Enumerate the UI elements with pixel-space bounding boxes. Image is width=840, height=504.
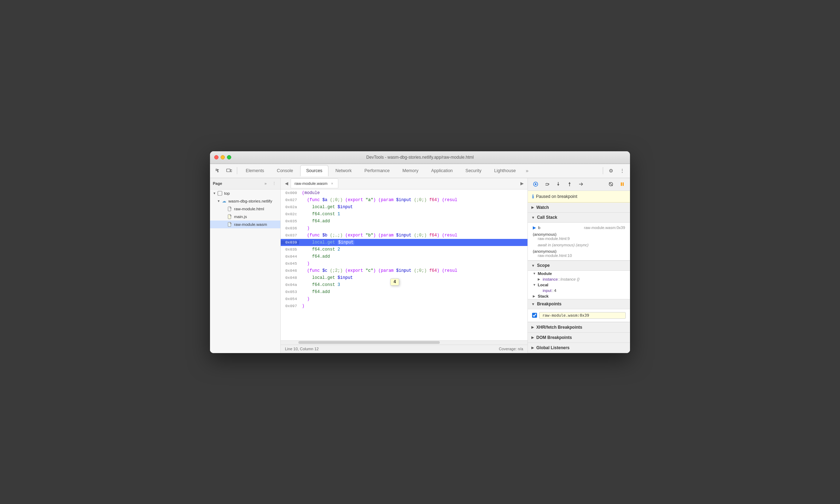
code-line-0x039[interactable]: 0x039 local.get $input [281, 239, 527, 246]
device-toolbar-button[interactable] [224, 166, 234, 176]
call-stack-header[interactable]: ▼ Call Stack [528, 213, 630, 223]
tree-item-mainjs[interactable]: ▶ main.js [210, 213, 280, 221]
line-addr-0x054: 0x054 [281, 297, 299, 301]
step-button[interactable] [576, 179, 586, 189]
code-line-0x035[interactable]: 0x035 f64.add [281, 218, 527, 225]
tab-lighthouse[interactable]: Lighthouse [489, 165, 521, 176]
inspect-element-button[interactable] [213, 166, 223, 176]
minimize-button[interactable] [221, 155, 225, 159]
tab-sources[interactable]: Sources [300, 165, 328, 176]
line-addr-0x03b: 0x03b [281, 247, 299, 252]
xhr-breakpoints-section: ▶ XHR/fetch Breakpoints [528, 322, 630, 333]
line-addr-0x039: 0x039 [281, 240, 299, 245]
tab-performance[interactable]: Performance [359, 165, 396, 176]
step-into-button[interactable] [553, 179, 563, 189]
call-name-anon1: (anonymous) [533, 232, 625, 236]
line-content-0x037: (func $b (;…;) (export "b") (param $inpu… [299, 233, 527, 238]
scope-input-item[interactable]: ▶ input : 4 [528, 288, 630, 293]
code-line-0x045[interactable]: 0x045 ) [281, 260, 527, 267]
call-stack-label: Call Stack [537, 215, 557, 220]
debugger-panel: ℹ Paused on breakpoint ▶ Watch ▼ Call St… [527, 178, 630, 353]
code-line-0x053[interactable]: 0x053 f64.add [281, 288, 527, 295]
dom-breakpoints-section: ▶ DOM Breakpoints [528, 333, 630, 343]
tree-item-html[interactable]: ▶ raw-module.html [210, 205, 280, 213]
settings-button[interactable]: ⚙ [606, 166, 616, 176]
line-content-0x036: ) [299, 226, 527, 231]
scrollbar-thumb[interactable] [298, 341, 440, 344]
step-over-button[interactable] [542, 179, 552, 189]
tab-console[interactable]: Console [271, 165, 299, 176]
code-line-0x044[interactable]: 0x044 f64.add [281, 253, 527, 260]
global-listeners-header[interactable]: ▶ Global Listeners [528, 343, 630, 353]
code-line-0x097[interactable]: 0x097 ) [281, 303, 527, 310]
code-line-0x048[interactable]: 0x048 local.get $input [281, 274, 527, 281]
call-stack-item-anon1[interactable]: (anonymous) raw-module.html:9 [528, 231, 630, 242]
scope-stack-header[interactable]: ▶ Stack [528, 293, 630, 299]
editor-run-button[interactable]: ▶ [518, 179, 526, 188]
watch-arrow: ▶ [531, 205, 534, 209]
code-line-0x02c[interactable]: 0x02c f64.const 1 [281, 211, 527, 218]
code-line-0x02a[interactable]: 0x02a local.get $input [281, 204, 527, 211]
dom-breakpoints-header[interactable]: ▶ DOM Breakpoints [528, 333, 630, 342]
scope-header[interactable]: ▼ Scope [528, 261, 630, 271]
step-out-button[interactable] [565, 179, 574, 189]
editor-nav-back[interactable]: ◀ [282, 179, 291, 188]
editor-tab-label: raw-module.wasm [294, 181, 327, 186]
tab-security[interactable]: Security [460, 165, 487, 176]
pause-button[interactable] [617, 179, 627, 189]
maximize-button[interactable] [227, 155, 231, 159]
code-line-0x054[interactable]: 0x054 ) [281, 295, 527, 303]
sidebar-menu-button[interactable]: ⋮ [270, 180, 278, 187]
scope-module-header[interactable]: ▼ Module [528, 271, 630, 276]
code-line-0x000[interactable]: 0x000 (module [281, 189, 527, 197]
call-async-label: await in (anonymous) (async) [533, 243, 625, 247]
scope-instance-item[interactable]: ▶ instance : Instance {} [528, 276, 630, 282]
close-button[interactable] [214, 155, 218, 159]
breakpoint-checkbox-1[interactable] [532, 313, 537, 318]
scope-instance-arrow: ▶ [538, 277, 541, 281]
call-stack-item-async: await in (anonymous) (async) [528, 242, 630, 248]
editor-tab-close[interactable]: × [329, 181, 334, 186]
line-addr-0x045: 0x045 [281, 262, 299, 266]
line-addr-0x097: 0x097 [281, 304, 299, 308]
tree-item-origin[interactable]: ▼ ☁ wasm-dbg-stories.netlify [210, 197, 280, 205]
tab-network[interactable]: Network [330, 165, 357, 176]
tab-application[interactable]: Application [425, 165, 458, 176]
menu-button[interactable]: ⋮ [617, 166, 627, 176]
code-line-0x03b[interactable]: 0x03b f64.const 2 [281, 246, 527, 253]
xhr-breakpoints-header[interactable]: ▶ XHR/fetch Breakpoints [528, 322, 630, 332]
scope-local-header[interactable]: ▼ Local [528, 282, 630, 288]
code-line-0x037[interactable]: 0x037 (func $b (;…;) (export "b") (param… [281, 232, 527, 239]
line-addr-0x053: 0x053 [281, 290, 299, 294]
status-bar: Line 10, Column 12 Coverage: n/a [281, 345, 527, 353]
code-editor[interactable]: 4 0x000 (module 0x027 (func $a (;0;) (ex… [281, 189, 527, 340]
line-addr-0x02c: 0x02c [281, 212, 299, 216]
call-stack-item-anon2[interactable]: (anonymous) raw-module.html:10 [528, 248, 630, 259]
line-content-0x044: f64.add [299, 254, 527, 259]
svg-rect-1 [231, 170, 232, 172]
tab-memory[interactable]: Memory [397, 165, 424, 176]
tab-elements[interactable]: Elements [240, 165, 270, 176]
horizontal-scrollbar[interactable] [281, 340, 527, 345]
sidebar-more-button[interactable]: » [262, 180, 269, 187]
code-line-0x027[interactable]: 0x027 (func $a (;0;) (export "a") (param… [281, 197, 527, 204]
tree-item-wasm[interactable]: ▶ raw-module.wasm [210, 221, 280, 228]
code-line-0x036[interactable]: 0x036 ) [281, 225, 527, 232]
more-tabs-button[interactable]: » [523, 165, 531, 176]
line-content-0x04a: f64.const 3 [299, 282, 527, 287]
top-icon [217, 191, 223, 196]
watch-section: ▶ Watch [528, 203, 630, 213]
tree-label-origin: wasm-dbg-stories.netlify [228, 199, 272, 203]
sidebar-header-icons: » ⋮ [262, 180, 278, 187]
breakpoints-header[interactable]: ▼ Breakpoints [528, 299, 630, 309]
line-addr-0x044: 0x044 [281, 254, 299, 259]
code-line-0x04a[interactable]: 0x04a f64.const 3 [281, 281, 527, 288]
watch-section-header[interactable]: ▶ Watch [528, 203, 630, 212]
line-addr-0x04a: 0x04a [281, 283, 299, 287]
call-stack-item-b[interactable]: ▶ b raw-module.wasm:0x39 [528, 224, 630, 231]
resume-button[interactable] [531, 179, 541, 189]
deactivate-breakpoints-button[interactable] [606, 179, 616, 189]
editor-tab-wasm[interactable]: raw-module.wasm × [291, 178, 338, 188]
code-line-0x046[interactable]: 0x046 (func $c (;2;) (export "c") (param… [281, 267, 527, 274]
tree-item-top[interactable]: ▼ top [210, 189, 280, 197]
